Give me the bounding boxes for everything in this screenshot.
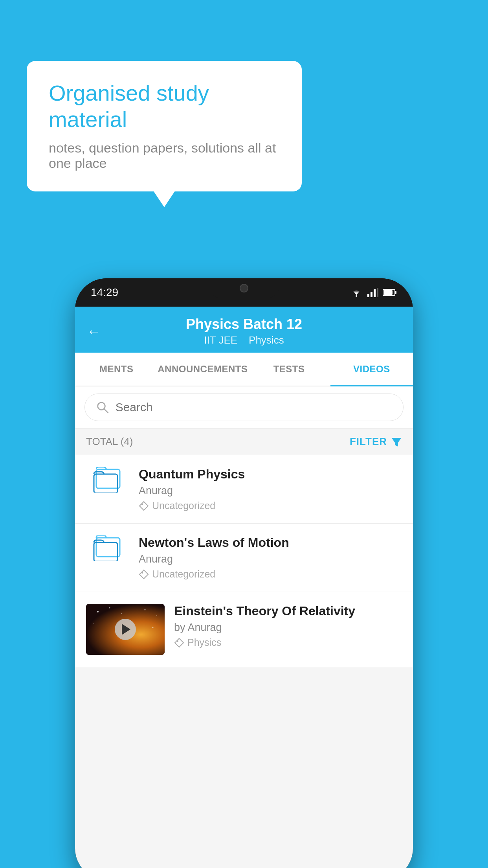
folder-icon: [93, 467, 123, 493]
svg-rect-12: [94, 474, 117, 493]
filter-button[interactable]: FILTER: [350, 436, 402, 448]
status-time: 14:29: [91, 286, 118, 299]
tab-announcements[interactable]: ANNOUNCEMENTS: [158, 353, 248, 386]
svg-point-21: [156, 615, 157, 616]
tag-icon: [139, 501, 149, 511]
video-title: Newton's Laws of Motion: [139, 535, 402, 550]
svg-point-16: [141, 572, 143, 574]
svg-point-20: [145, 609, 146, 611]
svg-rect-1: [367, 294, 369, 297]
svg-point-13: [141, 504, 143, 505]
video-info: Einstein's Theory Of Relativity by Anura…: [174, 604, 402, 648]
svg-point-25: [177, 640, 178, 642]
list-item[interactable]: Newton's Laws of Motion Anurag Uncategor…: [75, 524, 413, 592]
tag-icon: [174, 638, 184, 648]
list-item[interactable]: Einstein's Theory Of Relativity by Anura…: [75, 592, 413, 667]
status-bar: 14:29: [75, 278, 413, 307]
folder-icon-container: [86, 467, 129, 493]
svg-point-19: [121, 613, 122, 614]
header-subtitle: IIT JEE Physics: [186, 334, 302, 346]
battery-icon: [383, 289, 397, 296]
status-icons: [350, 288, 397, 297]
signal-icon: [367, 288, 378, 297]
video-info: Newton's Laws of Motion Anurag Uncategor…: [139, 535, 402, 580]
svg-point-22: [94, 623, 94, 624]
phone-screen: ← Physics Batch 12 IIT JEE Physics MENTS…: [75, 307, 413, 868]
svg-rect-6: [395, 291, 396, 294]
tab-videos[interactable]: VIDEOS: [330, 353, 413, 386]
filter-row: TOTAL (4) FILTER: [75, 428, 413, 455]
video-thumbnail: [86, 604, 165, 655]
phone-notch: [209, 278, 279, 298]
filter-label: FILTER: [350, 436, 387, 448]
speech-bubble: Organised study material notes, question…: [27, 61, 302, 191]
header-top: ← Physics Batch 12 IIT JEE Physics: [87, 316, 401, 353]
total-count-label: TOTAL (4): [86, 436, 133, 448]
filter-icon: [391, 436, 402, 447]
svg-point-18: [109, 607, 110, 609]
video-author: by Anurag: [174, 622, 402, 634]
phone-frame: 14:29: [75, 278, 413, 868]
tab-ments[interactable]: MENTS: [75, 353, 158, 386]
folder-icon-container: [86, 535, 129, 561]
svg-marker-10: [392, 438, 401, 447]
svg-rect-15: [94, 542, 117, 561]
subtitle-tag1: IIT JEE: [204, 334, 237, 346]
subtitle-tag2: Physics: [249, 334, 284, 346]
video-title: Quantum Physics: [139, 467, 402, 482]
speech-bubble-container: Organised study material notes, question…: [27, 61, 302, 191]
speech-bubble-heading: Organised study material: [49, 80, 280, 132]
speech-bubble-subtext: notes, question papers, solutions all at…: [49, 140, 280, 171]
play-button[interactable]: [115, 619, 136, 640]
video-author: Anurag: [139, 485, 402, 497]
svg-rect-2: [371, 292, 372, 297]
video-title: Einstein's Theory Of Relativity: [174, 604, 402, 618]
video-tag: Physics: [174, 637, 402, 648]
batch-title: Physics Batch 12: [186, 316, 302, 333]
svg-rect-7: [384, 290, 393, 295]
video-info: Quantum Physics Anurag Uncategorized: [139, 467, 402, 511]
search-container: [75, 386, 413, 428]
video-list: Quantum Physics Anurag Uncategorized: [75, 455, 413, 667]
svg-point-17: [97, 611, 99, 612]
phone-camera: [240, 284, 248, 292]
svg-point-23: [152, 627, 154, 628]
video-author: Anurag: [139, 553, 402, 565]
tabs-bar: MENTS ANNOUNCEMENTS TESTS VIDEOS: [75, 353, 413, 386]
header-title-block: Physics Batch 12 IIT JEE Physics: [186, 316, 302, 346]
tab-tests[interactable]: TESTS: [248, 353, 330, 386]
app-header: ← Physics Batch 12 IIT JEE Physics: [75, 307, 413, 353]
play-triangle-icon: [122, 624, 130, 635]
wifi-icon: [350, 288, 363, 297]
video-tag: Uncategorized: [139, 500, 402, 511]
svg-rect-3: [374, 289, 376, 297]
svg-line-9: [104, 409, 108, 413]
tag-icon: [139, 569, 149, 579]
svg-point-0: [356, 295, 357, 297]
search-bar[interactable]: [84, 394, 404, 421]
video-tag: Uncategorized: [139, 568, 402, 580]
folder-icon: [93, 535, 123, 561]
search-input[interactable]: [116, 401, 392, 414]
svg-rect-4: [377, 288, 378, 297]
back-button[interactable]: ←: [87, 323, 101, 340]
list-item[interactable]: Quantum Physics Anurag Uncategorized: [75, 455, 413, 524]
search-icon: [96, 400, 109, 414]
